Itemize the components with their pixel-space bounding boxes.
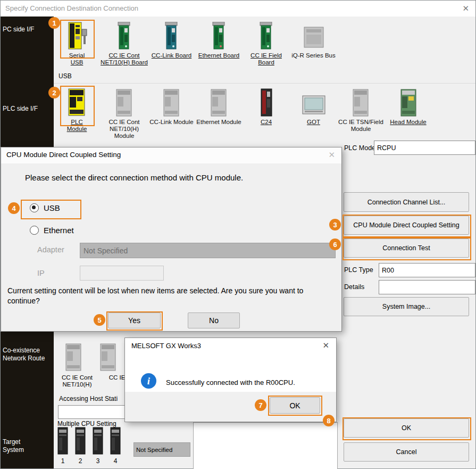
cc-ie-field-board-item[interactable]: CC IE Field Board (243, 20, 290, 66)
sidebar-label-plc-side: PLC side I/F (3, 105, 38, 113)
cpu-dialog-title: CPU Module Direct Coupled Setting (6, 151, 121, 159)
cpu-tower-icon (57, 427, 69, 456)
no-button[interactable]: No (188, 312, 240, 328)
cc-link-board-item[interactable]: CC-Link Board (148, 20, 195, 66)
cc-ie-field-board-label: CC IE Field Board (243, 52, 290, 66)
ok-button[interactable]: OK (344, 418, 469, 438)
cpu-number: 1 (61, 457, 65, 465)
coexist-module-icon-2[interactable] (98, 342, 119, 373)
details-label: Details (344, 283, 364, 291)
head-module-icon (397, 86, 420, 117)
multiple-cpu-item-4[interactable]: 4 (110, 427, 121, 465)
plc-type-field[interactable]: R00 (379, 263, 475, 277)
pc-side-selected-value: USB (59, 72, 72, 80)
cc-link-module-item[interactable]: CC-Link Module (148, 86, 195, 139)
serial-usb-label: Serial USB (65, 52, 89, 66)
cc-ie-cont-net10h-module-icon (114, 86, 135, 117)
sidebar-label-target-system: Target System (3, 438, 35, 454)
window-title: Specify Connection Destination Connectio… (5, 4, 138, 12)
cpu-direct-coupled-dialog: CPU Module Direct Coupled Setting ✕ Plea… (1, 147, 342, 332)
got-label: GOT (307, 119, 320, 126)
sidebar-label-coexistence: Co-existence Network Route (3, 347, 46, 363)
radio-unchecked-icon (30, 226, 39, 235)
c24-item[interactable]: C24 (243, 86, 290, 139)
sidebar-label-pc-side: PC side I/F (3, 26, 34, 34)
details-field[interactable] (379, 280, 475, 294)
close-icon[interactable]: ✕ (462, 4, 469, 13)
ethernet-radio[interactable]: Ethernet (30, 226, 74, 235)
target-system-panel (193, 422, 338, 469)
multiple-cpu-item-3[interactable]: 3 (92, 427, 104, 465)
connection-destination-window: Specify Connection Destination Connectio… (0, 0, 476, 469)
cpu-direct-coupled-button[interactable]: CPU Module Direct Coupled Setting (344, 216, 469, 235)
cpu-dialog-close-icon[interactable]: ✕ (328, 150, 335, 160)
coexist-module-icon-1[interactable] (63, 342, 85, 373)
cpu-tower-icon (74, 427, 86, 456)
accessing-host-field[interactable] (58, 405, 125, 419)
iqr-series-bus-label: iQ-R Series Bus (291, 52, 335, 59)
cc-ie-cont-net10h-board-icon (113, 20, 136, 51)
radio-checked-icon (30, 203, 39, 212)
usb-radio-label: USB (44, 203, 60, 212)
connection-channel-list-button[interactable]: Connection Channel List... (344, 192, 469, 212)
ethernet-board-icon (207, 20, 231, 51)
info-icon: i (141, 373, 156, 389)
adapter-value: Not Specified (83, 246, 128, 255)
system-image-button[interactable]: System Image... (344, 297, 469, 316)
ethernet-radio-label: Ethernet (44, 226, 74, 235)
cc-ie-tsn-field-module-icon (350, 86, 372, 117)
ip-field (80, 266, 164, 281)
not-specified-value: Not Specified (136, 447, 172, 453)
melsoft-message-dialog: MELSOFT GX Works3 ✕ i Successfully conne… (124, 338, 337, 422)
plc-type-value: R00 (382, 267, 394, 274)
connection-test-button[interactable]: Connection Test (344, 238, 469, 258)
adapter-field: Not Specified (80, 243, 336, 258)
cc-ie-tsn-field-module-label: CC IE TSN/Field Module (337, 119, 385, 133)
plc-interface-row: PLC ModuleCC IE Cont NET/10(H) ModuleCC-… (53, 86, 432, 139)
plc-module-icon (66, 86, 88, 117)
melsoft-dialog-message: Successfully connected with the R00CPU. (166, 379, 295, 386)
ethernet-board-item[interactable]: Ethernet Board (195, 20, 243, 66)
cc-ie-cont-net10h-board-item[interactable]: CC IE Cont NET/10(H) Board (101, 20, 148, 66)
got-icon (302, 86, 326, 117)
head-module-label: Head Module (390, 119, 426, 126)
ethernet-module-icon (208, 86, 230, 117)
cc-link-module-label: CC-Link Module (149, 119, 193, 126)
serial-usb-icon (65, 20, 89, 51)
cpu-number: 4 (114, 457, 118, 465)
pc-interface-row: Serial USBCC IE Cont NET/10(H) BoardCC-L… (53, 20, 337, 66)
melsoft-dialog-title: MELSOFT GX Works3 (131, 342, 201, 350)
melsoft-ok-button[interactable]: OK (270, 397, 320, 414)
plc-module-item[interactable]: PLC Module (53, 86, 101, 139)
serial-usb-item[interactable]: Serial USB (53, 20, 101, 66)
usb-radio[interactable]: USB (30, 203, 60, 212)
cc-ie-field-board-icon (255, 20, 278, 51)
cpu-number: 3 (96, 457, 100, 465)
cancel-button[interactable]: Cancel (344, 442, 469, 462)
target-not-specified-field: Not Specified (133, 442, 190, 457)
plc-module-label: PLC Module (65, 119, 89, 133)
plc-mode-value: RCPU (377, 144, 396, 152)
cpu-dialog-warning: Current setting content will be lost whe… (7, 286, 336, 306)
multiple-cpu-item-1[interactable]: 1 (57, 427, 69, 465)
c24-label: C24 (261, 119, 272, 126)
iqr-series-bus-item[interactable]: iQ-R Series Bus (290, 20, 337, 66)
adapter-label: Adapter (37, 245, 64, 254)
cpu-dialog-message: Please select the direct connection meth… (25, 172, 262, 183)
cc-ie-cont-net10h-module-item[interactable]: CC IE Cont NET/10(H) Module (101, 86, 148, 139)
cc-ie-tsn-field-module-item[interactable]: CC IE TSN/Field Module (337, 86, 385, 139)
ethernet-module-item[interactable]: Ethernet Module (195, 86, 243, 139)
cpu-dialog-titlebar: CPU Module Direct Coupled Setting ✕ (1, 147, 341, 163)
cpu-number: 2 (79, 457, 82, 465)
melsoft-dialog-close-icon[interactable]: ✕ (322, 341, 329, 350)
yes-button[interactable]: Yes (108, 312, 161, 328)
cc-link-board-label: CC-Link Board (152, 52, 191, 59)
plc-mode-field[interactable]: RCPU (374, 141, 475, 155)
ethernet-module-label: Ethernet Module (196, 119, 241, 126)
head-module-item[interactable]: Head Module (385, 86, 432, 139)
accessing-host-label: Accessing Host Stati (59, 395, 118, 402)
ethernet-board-label: Ethernet Board (198, 52, 239, 59)
cc-link-module-icon (161, 86, 182, 117)
multiple-cpu-item-2[interactable]: 2 (74, 427, 86, 465)
got-item[interactable]: GOT (290, 86, 337, 139)
